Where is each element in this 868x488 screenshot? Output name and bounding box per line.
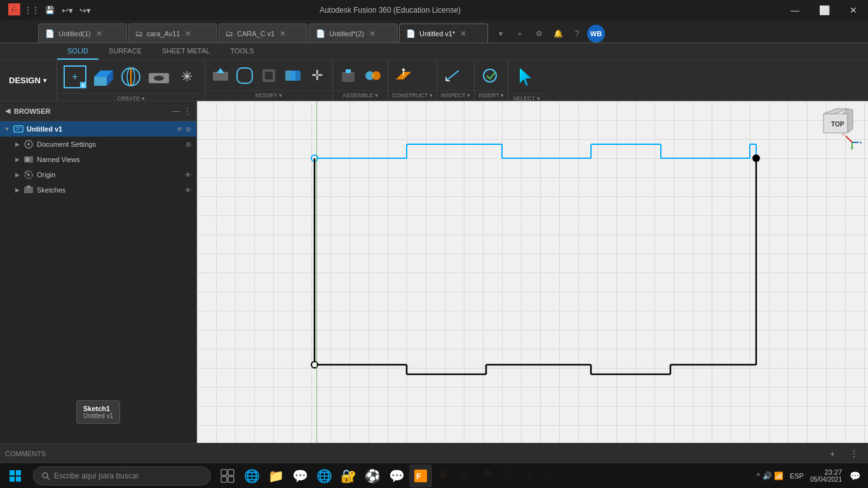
pattern-btn[interactable]: ✳ [173,63,201,91]
insert-derive-btn[interactable] [478,64,501,87]
comments-add-btn[interactable]: + [824,446,841,461]
redo-btn[interactable]: ↪▾ [76,1,94,19]
fillet-icon [236,67,254,85]
new-sketch-btn[interactable]: + S [61,63,89,91]
tab-cara-c-v1[interactable]: 🗂 CARA_C v1 ✕ [219,24,308,43]
tree-arrow-origin[interactable]: ▶ [13,172,22,178]
tree-item-named-views[interactable]: ▶ Named Views [0,152,196,167]
close-btn[interactable]: ✕ [839,0,868,20]
toolbar-tab-solid[interactable]: SOLID [57,43,98,60]
move-icon: ✛ [311,67,323,84]
tab-bell-btn[interactable]: 🔔 [549,25,567,43]
tab-close-cara-av11[interactable]: ✕ [185,29,191,38]
tab-dropdown-btn[interactable]: ▾ [492,25,510,43]
toolbar-tab-surface[interactable]: SURFACE [98,43,152,60]
shell-btn[interactable] [257,64,280,87]
tab-settings-btn[interactable]: ⚙ [530,25,548,43]
inspect-section-label: INSPECT ▾ [437,90,474,100]
eye-icon-sketches[interactable]: 👁 [185,187,191,194]
taskbar-teams[interactable]: 💬 [385,464,408,487]
tab-untitled-v1[interactable]: 📄 Untitled v1* ✕ [399,24,488,43]
save-btn[interactable]: 💾 [41,1,58,19]
start-button[interactable] [3,463,28,489]
tooltip-title: Sketch1 [83,405,113,412]
new-component-icon [339,67,357,85]
notification-icon[interactable]: 💬 [850,471,860,481]
view-cube[interactable]: X Y Z TOP [817,107,862,152]
svg-text:Y: Y [850,146,854,152]
new-component-btn[interactable] [337,64,360,87]
tree-item-origin[interactable]: ▶ Origin 👁 [0,167,196,182]
tree-item-sketches[interactable]: ▶ Sketches 👁 [0,182,196,198]
main-toolbar: DESIGN ▾ + S [0,60,868,101]
taskbar-fusion[interactable]: F [409,464,432,487]
svg-rect-85 [221,470,227,475]
tree-arrow-sketches[interactable]: ▶ [13,187,22,193]
taskbar-edge[interactable]: 🌐 [240,464,263,487]
tab-cara-av11[interactable]: 🗂 cara_Av11 ✕ [128,24,217,43]
tree-item-root[interactable]: ▼ Untitled v1 👁 ⚙ [0,121,196,137]
design-workspace-btn[interactable]: DESIGN ▾ [0,60,57,100]
taskbar-search[interactable]: Escribe aquí para buscar [33,466,211,485]
canvas[interactable]: X Y Z TOP [197,101,868,443]
tree-arrow-doc-settings[interactable]: ▶ [13,141,22,147]
sketch-tooltip: Sketch1 Untitled v1 [76,400,120,424]
minimize-btn[interactable]: — [780,0,810,20]
grid-menu-btn[interactable]: ⋮⋮ [23,1,41,19]
fusion-icon: F [414,469,428,483]
offset-plane-btn[interactable] [392,64,415,87]
tab-close-untitled1[interactable]: ✕ [96,29,102,38]
tree-arrow-named-views[interactable]: ▶ [13,156,22,163]
hole-btn[interactable] [145,63,173,91]
select-btn[interactable] [512,63,540,91]
tree-item-doc-settings[interactable]: ▶ Document Settings ⚙ [0,137,196,152]
toolbar-tab-sheet-metal[interactable]: SHEET METAL [152,43,220,60]
tab-close-cara-c-v1[interactable]: ✕ [280,29,286,38]
tree-icon-named-views [23,154,34,165]
app-title: Autodesk Fusion 360 (Education License) [0,6,780,15]
eye-icon-root[interactable]: 👁 [177,126,183,133]
tab-untitled1[interactable]: 📄 Untitled(1) ✕ [38,24,127,43]
taskbar-store[interactable]: 💬 [288,464,311,487]
undo-btn[interactable]: ↩▾ [58,1,76,19]
move-btn[interactable]: ✛ [306,64,329,87]
insert-derive-icon [481,67,499,85]
new-tab-btn[interactable]: ＋ [511,25,529,43]
taskbar-app6[interactable]: ⚽ [361,464,384,487]
tab-close-untitled-v1[interactable]: ✕ [460,29,466,38]
browser-collapse-icon[interactable]: ◀ [5,107,10,115]
tab-label-untitled1: Untitled(1) [58,30,91,37]
comments-collapse-btn[interactable]: ⋮ [845,446,863,461]
tree-arrow-root[interactable]: ▼ [3,126,11,132]
toolbar-section-construct: CONSTRUCT ▾ [388,60,437,100]
joint-btn[interactable] [361,64,384,87]
eye-icon-origin[interactable]: 👁 [185,172,191,179]
taskbar-task-view[interactable] [216,464,239,487]
taskbar-explorer[interactable]: 📁 [264,464,287,487]
svg-rect-33 [25,158,29,161]
taskbar-security[interactable]: 🔐 [337,464,360,487]
taskbar-chrome[interactable]: 🌐 [313,464,336,487]
windows-logo-icon [9,470,22,482]
tree-label-named-views: Named Views [37,156,191,163]
user-avatar[interactable]: WB [587,25,605,43]
sys-time: 23:27 [810,468,842,476]
browser-menu-btn[interactable]: ⋮ [184,107,191,116]
fillet-btn[interactable] [233,64,256,87]
tab-untitled2[interactable]: 📄 Untitled*(2) ✕ [309,24,398,43]
taskbar-search-placeholder: Escribe aquí para buscar [54,471,139,480]
select-icon [515,65,538,88]
extrude-btn[interactable] [89,63,117,91]
revolve-btn[interactable] [117,63,145,91]
measure-btn[interactable] [441,64,464,87]
gear-icon-doc-settings[interactable]: ⚙ [186,141,191,148]
windows-taskbar: Escribe aquí para buscar 🌐 📁 💬 🌐 🔐 ⚽ 💬 F… [0,463,868,488]
combine-btn[interactable] [281,64,304,87]
browser-close-btn[interactable]: — [172,107,180,116]
gear-icon-root[interactable]: ⚙ [186,126,191,133]
tab-close-untitled2[interactable]: ✕ [369,29,376,38]
tab-help-btn[interactable]: ? [568,25,586,43]
press-pull-btn[interactable] [209,64,232,87]
toolbar-tab-tools[interactable]: TOOLS [220,43,264,60]
maximize-btn[interactable]: ⬜ [810,0,839,20]
